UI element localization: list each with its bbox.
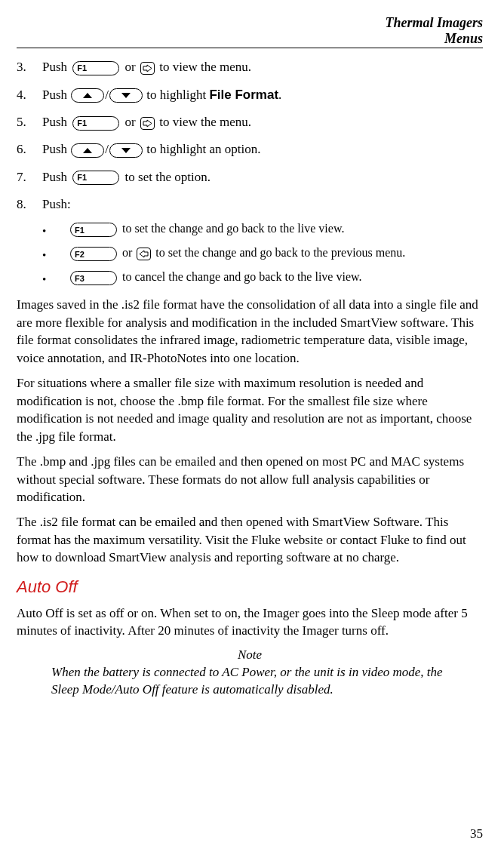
step-6: 6. Push / to highlight an option. xyxy=(17,140,483,159)
header-line-1: Thermal Imagers xyxy=(17,15,483,31)
step-body: Push / to highlight File Format. xyxy=(42,85,281,105)
step-number: 4. xyxy=(17,85,42,105)
text: to cancel the change and go back to the … xyxy=(122,270,362,283)
step-number: 7. xyxy=(17,168,42,187)
text: Push xyxy=(42,115,70,129)
note-label: Note xyxy=(17,647,483,663)
sub-bullet-list: • F1 to set the change and go back to th… xyxy=(42,222,483,288)
bullet-body: F3 to cancel the change and go back to t… xyxy=(68,270,362,285)
svg-marker-2 xyxy=(83,148,92,153)
paragraph-bmp-jpg: For situations where a smaller file size… xyxy=(17,374,483,445)
text: or xyxy=(125,115,139,129)
instruction-list: 3. Push F1 or to view the menu. 4. Push … xyxy=(17,57,483,214)
right-hand-icon xyxy=(140,117,155,130)
text: to set the change and go back to the liv… xyxy=(122,222,344,235)
text: to view the menu. xyxy=(159,115,251,129)
paragraph-email: The .bmp and .jpg files can be emailed a… xyxy=(17,453,483,506)
text: . xyxy=(278,88,281,102)
header-rule xyxy=(17,48,483,48)
text: to highlight xyxy=(146,88,209,102)
step-number: 5. xyxy=(17,112,42,132)
down-key-icon xyxy=(109,88,143,103)
page-container: Thermal Imagers Menus 3. Push F1 or to v… xyxy=(0,0,504,852)
step-number: 6. xyxy=(17,140,42,159)
step-body: Push F1 or to view the menu. xyxy=(42,112,251,132)
page-number: 35 xyxy=(470,826,483,841)
text: to view the menu. xyxy=(159,60,251,74)
svg-marker-0 xyxy=(83,93,92,98)
step-body: Push F1 or to view the menu. xyxy=(42,57,251,77)
svg-marker-3 xyxy=(121,148,131,153)
f1-key-icon: F1 xyxy=(70,223,117,237)
step-3: 3. Push F1 or to view the menu. xyxy=(17,57,483,77)
left-hand-icon xyxy=(137,248,151,260)
f3-key-icon: F3 xyxy=(70,271,117,285)
f1-key-icon: F1 xyxy=(72,116,119,131)
bullet-f2: • F2 or to set the change and go back to… xyxy=(42,246,483,264)
step-5: 5. Push F1 or to view the menu. xyxy=(17,112,483,132)
bullet-icon: • xyxy=(42,222,68,240)
text: or xyxy=(122,246,135,259)
svg-marker-1 xyxy=(121,93,131,98)
step-body: Push / to highlight an option. xyxy=(42,140,260,159)
bullet-body: F1 to set the change and go back to the … xyxy=(68,222,344,237)
header-line-2: Menus xyxy=(17,31,483,47)
up-key-icon xyxy=(71,143,104,158)
text: to highlight an option. xyxy=(146,142,260,156)
text: or xyxy=(125,60,139,74)
step-7: 7. Push F1 to set the option. xyxy=(17,168,483,187)
f1-key-icon: F1 xyxy=(72,61,119,75)
right-hand-icon xyxy=(140,62,155,75)
step-8: 8. Push: xyxy=(17,195,483,214)
note-body: When the battery is connected to AC Powe… xyxy=(51,664,460,699)
text: Push xyxy=(42,60,70,74)
section-body-auto-off: Auto Off is set as off or on. When set t… xyxy=(17,604,483,640)
text: Push xyxy=(42,88,70,102)
step-body: Push F1 to set the option. xyxy=(42,168,211,187)
section-title-auto-off: Auto Off xyxy=(17,577,483,597)
paragraph-is2: Images saved in the .is2 file format hav… xyxy=(17,296,483,367)
f1-key-icon: F1 xyxy=(72,171,119,185)
step-4: 4. Push / to highlight File Format. xyxy=(17,85,483,105)
text: Push xyxy=(42,142,70,156)
bullet-f1: • F1 to set the change and go back to th… xyxy=(42,222,483,240)
text: to set the change and go back to the pre… xyxy=(155,246,405,259)
step-number: 3. xyxy=(17,57,42,77)
bullet-f3: • F3 to cancel the change and go back to… xyxy=(42,270,483,288)
bullet-icon: • xyxy=(42,270,68,288)
up-key-icon xyxy=(71,88,104,103)
step-body: Push: xyxy=(42,195,71,214)
bullet-body: F2 or to set the change and go back to t… xyxy=(68,246,405,261)
paragraph-smartview: The .is2 file format can be emailed and … xyxy=(17,513,483,566)
text: Push xyxy=(42,170,70,184)
highlight-target: File Format xyxy=(209,88,278,102)
down-key-icon xyxy=(109,143,143,158)
step-number: 8. xyxy=(17,195,42,214)
running-header: Thermal Imagers Menus xyxy=(17,15,483,46)
bullet-icon: • xyxy=(42,246,68,264)
text: to set the option. xyxy=(125,170,211,184)
f2-key-icon: F2 xyxy=(70,247,117,261)
